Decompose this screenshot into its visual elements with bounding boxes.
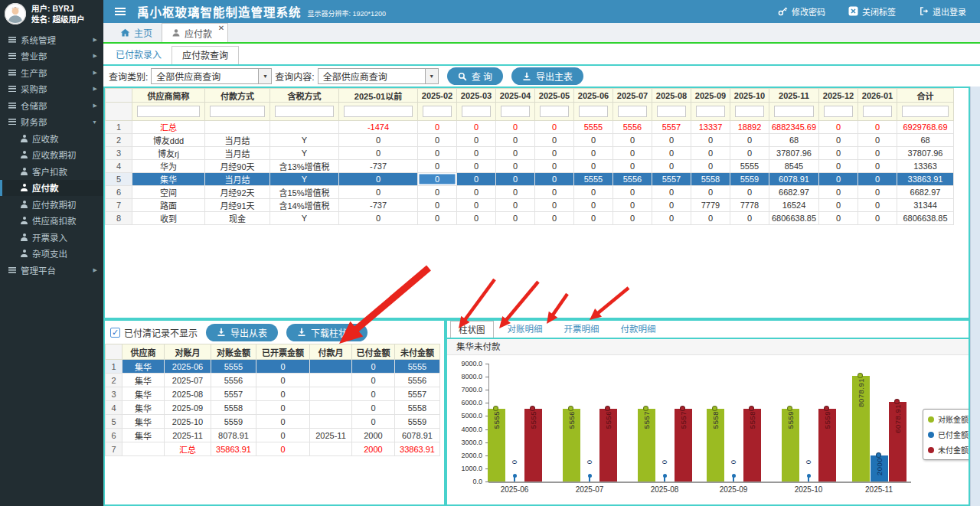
table-cell[interactable]: 33863.91 bbox=[395, 442, 440, 456]
table-row[interactable]: 4华为月经90天含13%增值税-737000000005555854500133… bbox=[106, 160, 954, 173]
menu-toggle-icon[interactable] bbox=[115, 8, 126, 15]
table-cell[interactable]: 0 bbox=[496, 186, 535, 199]
table-cell[interactable]: Y bbox=[270, 147, 339, 160]
row-number-cell[interactable]: 7 bbox=[106, 199, 132, 212]
sidebar-item-admin-platform[interactable]: 管理平台▶ bbox=[0, 262, 103, 279]
sidebar-item-receivables[interactable]: 应收款 bbox=[0, 130, 103, 147]
table-cell[interactable]: 5555 bbox=[730, 160, 769, 173]
table-cell[interactable]: 0 bbox=[613, 147, 652, 160]
table-cell[interactable]: 6078.91 bbox=[769, 173, 819, 186]
sidebar-item-payables-initial[interactable]: 应付款期初 bbox=[0, 196, 103, 213]
row-number-cell[interactable]: 7 bbox=[106, 442, 122, 456]
sidebar-item-finance-dept[interactable]: 财务部▼ bbox=[0, 114, 103, 131]
filter-input[interactable] bbox=[902, 106, 949, 117]
table-cell[interactable]: 68 bbox=[769, 134, 819, 147]
table-cell[interactable]: 0 bbox=[819, 160, 858, 173]
table-cell[interactable]: 31344 bbox=[897, 199, 954, 212]
table-cell[interactable]: 68 bbox=[897, 134, 954, 147]
table-row[interactable]: 3博友rj当月结Y000000000037807.960037807.96 bbox=[106, 147, 954, 160]
table-row[interactable]: 7路面月经91天含14%增值税-737000000077797778165240… bbox=[106, 199, 954, 212]
table-cell[interactable]: 6806638.85 bbox=[769, 212, 819, 225]
table-cell[interactable]: 汇总 bbox=[132, 121, 205, 134]
table-cell[interactable]: 0 bbox=[256, 401, 310, 415]
sidebar-item-invoice-entry[interactable]: 开票录入 bbox=[0, 229, 103, 246]
table-cell[interactable]: 0 bbox=[730, 134, 769, 147]
table-cell[interactable]: 0 bbox=[457, 173, 496, 186]
table-cell[interactable]: 0 bbox=[339, 147, 418, 160]
table-cell[interactable]: 0 bbox=[730, 147, 769, 160]
table-cell[interactable]: 33863.91 bbox=[897, 173, 954, 186]
sidebar-item-payables[interactable]: 应付款 bbox=[0, 180, 103, 197]
chart-tab-payment-detail[interactable]: 付款明细 bbox=[613, 321, 664, 338]
table-cell[interactable]: 0 bbox=[457, 186, 496, 199]
row-number-cell[interactable]: 3 bbox=[106, 147, 132, 160]
query-type-select[interactable]: 全部供应商查询 ▼ bbox=[151, 68, 272, 84]
table-cell[interactable]: 0 bbox=[535, 134, 574, 147]
table-cell[interactable]: 2000 bbox=[352, 442, 395, 456]
row-number-cell[interactable]: 4 bbox=[106, 401, 122, 415]
table-cell[interactable] bbox=[310, 415, 352, 429]
table-cell[interactable]: 0 bbox=[858, 134, 897, 147]
table-row[interactable]: 2博友ddd当月结Y0000000000680068 bbox=[106, 134, 954, 147]
table-cell[interactable]: 0 bbox=[819, 134, 858, 147]
table-cell[interactable]: 集华 bbox=[122, 429, 165, 442]
table-cell[interactable]: 0 bbox=[457, 134, 496, 147]
table-cell[interactable]: 0 bbox=[613, 134, 652, 147]
table-row[interactable]: 1集华2025-065555005555 bbox=[106, 360, 440, 374]
table-cell[interactable]: 空间 bbox=[132, 186, 205, 199]
table-cell[interactable]: 0 bbox=[613, 160, 652, 173]
table-cell[interactable]: 0 bbox=[858, 173, 897, 186]
table-cell[interactable]: 0 bbox=[858, 121, 897, 134]
table-cell[interactable]: 0 bbox=[613, 212, 652, 225]
subtab-payables-query[interactable]: 应付款查询 bbox=[172, 46, 239, 64]
table-cell[interactable]: 8078.91 bbox=[211, 429, 256, 442]
table-cell[interactable]: 2025-11 bbox=[310, 429, 352, 442]
table-row[interactable]: 7汇总35863.910200033863.91 bbox=[106, 442, 440, 456]
table-cell[interactable]: 0 bbox=[535, 173, 574, 186]
table-cell[interactable]: 0 bbox=[691, 186, 730, 199]
table-cell[interactable]: 37807.96 bbox=[769, 147, 819, 160]
table-cell[interactable]: 5558 bbox=[691, 173, 730, 186]
table-cell[interactable]: 5559 bbox=[211, 415, 256, 429]
subtab-paid-entry[interactable]: 已付款录入 bbox=[106, 46, 172, 64]
table-cell[interactable]: -737 bbox=[339, 160, 418, 173]
table-cell[interactable]: 5557 bbox=[652, 173, 691, 186]
table-cell[interactable]: 0 bbox=[256, 415, 310, 429]
row-number-cell[interactable]: 6 bbox=[106, 186, 132, 199]
table-cell[interactable]: 18892 bbox=[730, 121, 769, 134]
table-cell[interactable]: 月经90天 bbox=[205, 160, 270, 173]
table-cell[interactable]: 7779 bbox=[691, 199, 730, 212]
table-row[interactable]: 1汇总-147400005555555655571333718892688234… bbox=[106, 121, 954, 134]
table-cell[interactable]: 0 bbox=[858, 199, 897, 212]
table-cell[interactable]: 5555 bbox=[395, 360, 440, 374]
table-cell[interactable]: 13337 bbox=[691, 121, 730, 134]
filter-input[interactable] bbox=[137, 106, 200, 117]
table-cell[interactable]: 路面 bbox=[132, 199, 205, 212]
table-cell[interactable]: 0 bbox=[418, 121, 457, 134]
table-cell[interactable]: 0 bbox=[858, 160, 897, 173]
table-cell[interactable]: 5555 bbox=[574, 121, 613, 134]
table-cell[interactable]: 6078.91 bbox=[395, 429, 440, 442]
table-cell[interactable]: 0 bbox=[496, 212, 535, 225]
table-cell[interactable]: 月经92天 bbox=[205, 186, 270, 199]
table-cell[interactable]: 0 bbox=[256, 429, 310, 442]
table-cell[interactable]: 2025-06 bbox=[165, 360, 211, 374]
table-cell[interactable]: 0 bbox=[691, 160, 730, 173]
table-cell[interactable]: 0 bbox=[652, 199, 691, 212]
close-tabs-action[interactable]: 关闭标签 bbox=[848, 5, 896, 18]
table-cell[interactable]: 0 bbox=[652, 212, 691, 225]
filter-input[interactable] bbox=[657, 106, 686, 117]
sidebar-item-supplier-deduction[interactable]: 供应商扣款 bbox=[0, 213, 103, 230]
table-cell[interactable]: 0 bbox=[535, 121, 574, 134]
table-cell[interactable]: 集华 bbox=[122, 374, 165, 387]
table-row[interactable]: 5集华当月结Y00000555555565557555855596078.910… bbox=[106, 173, 954, 186]
table-cell[interactable]: 5556 bbox=[613, 121, 652, 134]
table-cell[interactable]: 0 bbox=[819, 173, 858, 186]
table-cell[interactable]: 6682.97 bbox=[897, 186, 954, 199]
table-cell[interactable]: 0 bbox=[691, 134, 730, 147]
table-cell[interactable]: 7778 bbox=[730, 199, 769, 212]
table-cell[interactable]: 0 bbox=[418, 212, 457, 225]
table-cell[interactable]: 5559 bbox=[395, 415, 440, 429]
table-cell[interactable]: 0 bbox=[457, 160, 496, 173]
table-cell[interactable]: 0 bbox=[339, 212, 418, 225]
